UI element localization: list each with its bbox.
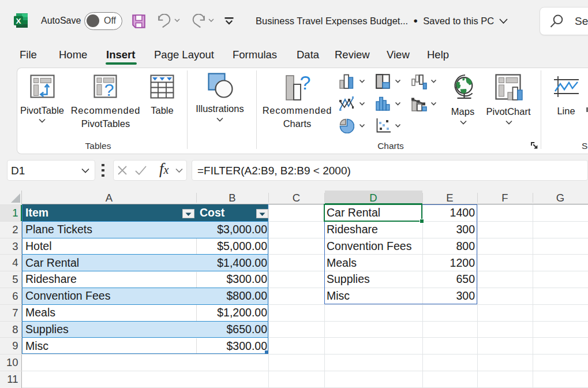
svg-text:?: ?: [300, 72, 311, 94]
svg-text:X: X: [16, 17, 21, 25]
svg-text:?: ?: [104, 80, 114, 98]
